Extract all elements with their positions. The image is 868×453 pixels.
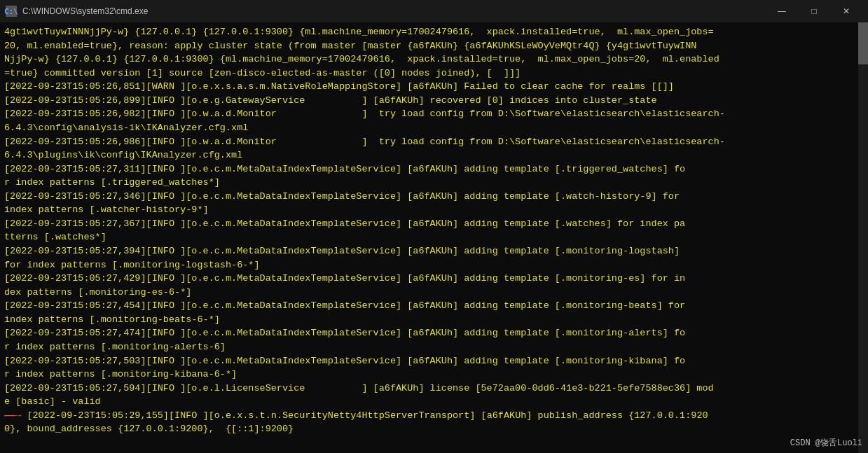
terminal-line: r index patterns [.triggered_watches*]: [4, 176, 864, 190]
terminal-line: r index patterns [.monitoring-kibana-6-*…: [4, 368, 864, 382]
cmd-window: C:\ C:\WINDOWS\system32\cmd.exe — □ ✕ 4g…: [0, 0, 868, 453]
scrollbar-thumb[interactable]: [858, 22, 868, 64]
title-bar: C:\ C:\WINDOWS\system32\cmd.exe — □ ✕: [0, 0, 868, 22]
terminal-line: =true} committed version [1] source [zen…: [4, 67, 864, 81]
window-controls: — □ ✕: [766, 0, 862, 22]
terminal-line: 0}, bound_addresses {127.0.0.1:9200}, {[…: [4, 422, 864, 436]
terminal-line: ——→ [2022-09-23T15:05:29,155][INFO ][o.e…: [4, 409, 864, 423]
red-arrow-icon: ——→: [4, 410, 21, 421]
window-title: C:\WINDOWS\system32\cmd.exe: [22, 6, 148, 16]
minimize-button[interactable]: —: [766, 0, 798, 22]
terminal-line: 6.4.3\config\analysis-ik\IKAnalyzer.cfg.…: [4, 121, 864, 135]
terminal-line: [2022-09-23T15:05:27,311][INFO ][o.e.c.m…: [4, 162, 864, 176]
terminal-line: 4gt1wvtTuywINNNjjPy-w} {127.0.0.1} {127.…: [4, 25, 864, 39]
terminal-line: [2022-09-23T15:05:26,851][WARN ][o.e.x.s…: [4, 80, 864, 94]
terminal-line: [2022-09-23T15:05:26,982][INFO ][o.w.a.d…: [4, 107, 864, 121]
terminal-line: index patterns [.monitoring-beats-6-*]: [4, 313, 864, 327]
terminal-line: for index patterns [.monitoring-logstash…: [4, 258, 864, 272]
terminal-line: [2022-09-23T15:05:27,503][INFO ][o.e.c.m…: [4, 354, 864, 368]
scrollbar[interactable]: [858, 22, 868, 453]
terminal-line: [2022-09-23T15:05:27,367][INFO ][o.e.c.m…: [4, 217, 864, 231]
cmd-icon: C:\: [6, 6, 17, 17]
terminal-line: [2022-09-23T15:05:27,454][INFO ][o.e.c.m…: [4, 299, 864, 313]
watermark: CSDN @饶舌Luoli: [790, 437, 862, 449]
terminal-line: 20, ml.enabled=true}, reason: apply clus…: [4, 39, 864, 53]
terminal-line: index patterns [.watcher-history-9*]: [4, 203, 864, 217]
terminal-line: 6.4.3\plugins\ik\config\IKAnalyzer.cfg.x…: [4, 148, 864, 162]
terminal-line: tterns [.watches*]: [4, 230, 864, 244]
title-bar-left: C:\ C:\WINDOWS\system32\cmd.exe: [6, 6, 148, 17]
terminal-line: [2022-09-23T15:05:27,474][INFO ][o.e.c.m…: [4, 326, 864, 340]
terminal-line: [2022-09-23T15:05:27,394][INFO ][o.e.c.m…: [4, 244, 864, 258]
terminal-line: dex patterns [.monitoring-es-6-*]: [4, 286, 864, 300]
terminal-line: [2022-09-23T15:05:27,346][INFO ][o.e.c.m…: [4, 190, 864, 204]
terminal-line: [2022-09-23T15:05:26,899][INFO ][o.e.g.G…: [4, 94, 864, 108]
terminal-line: [2022-09-23T15:05:27,594][INFO ][o.e.l.L…: [4, 382, 864, 396]
maximize-button[interactable]: □: [798, 0, 830, 22]
terminal-line: [2022-09-23T15:05:27,429][INFO ][o.e.c.m…: [4, 272, 864, 286]
terminal-line: r index patterns [.monitoring-alerts-6]: [4, 340, 864, 354]
close-button[interactable]: ✕: [830, 0, 862, 22]
terminal-line: NjjPy-w} {127.0.0.1} {127.0.0.1:9300} {m…: [4, 53, 864, 67]
terminal-line: e [basic] - valid: [4, 395, 864, 409]
terminal-content: 4gt1wvtTuywINNNjjPy-w} {127.0.0.1} {127.…: [4, 25, 864, 436]
terminal-line: [2022-09-23T15:05:26,986][INFO ][o.w.a.d…: [4, 135, 864, 149]
terminal-body: 4gt1wvtTuywINNNjjPy-w} {127.0.0.1} {127.…: [0, 22, 868, 453]
